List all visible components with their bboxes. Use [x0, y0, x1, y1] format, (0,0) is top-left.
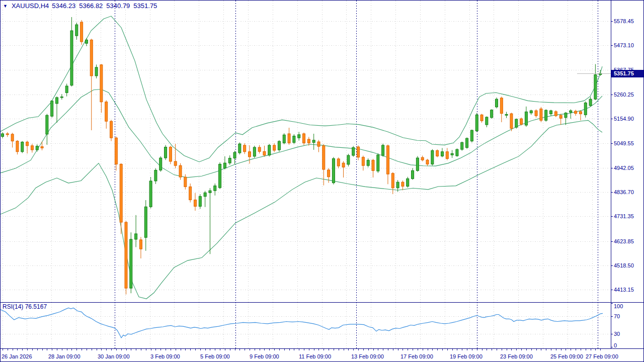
low-value: 5340.79	[106, 2, 130, 10]
candle-body	[169, 147, 172, 161]
rsi-level-label: 100	[614, 303, 623, 309]
candle-body	[70, 31, 73, 85]
candle-body	[130, 239, 132, 288]
time-tick-label: 17 Feb 09:00	[400, 353, 433, 359]
candle-body	[60, 97, 63, 98]
candle-body	[233, 152, 236, 158]
candle-body	[475, 115, 478, 131]
price-tick-label: 5049.55	[614, 140, 634, 146]
candle-body	[535, 111, 537, 116]
time-tick-label: 25 Feb 09:00	[550, 353, 583, 359]
candle-body	[105, 102, 108, 122]
price-tick-label: 4413.15	[614, 287, 634, 293]
candle-body	[80, 22, 83, 42]
candle-body	[382, 145, 384, 155]
chevron-down-icon: ▼	[3, 4, 8, 9]
price-tick-label: 4942.05	[614, 165, 634, 171]
candle-body	[268, 145, 271, 155]
candle-body	[401, 182, 404, 186]
candle-body	[144, 207, 147, 237]
candle-body	[244, 145, 246, 152]
candle-body	[362, 157, 364, 166]
rsi-panel: 10070300	[1, 303, 623, 348]
candle-body	[263, 151, 266, 155]
candle-body	[21, 142, 24, 151]
candle-body	[110, 121, 113, 138]
candle-body	[407, 178, 409, 186]
price-tick-label: 4518.50	[614, 262, 634, 268]
candle-body	[85, 40, 88, 43]
candle-body	[337, 159, 340, 166]
candle-body	[594, 75, 597, 100]
candle-body	[589, 99, 592, 106]
time-tick-label: 5 Feb 09:00	[200, 353, 230, 359]
candle-body	[293, 136, 295, 143]
candle-body	[238, 144, 241, 153]
time-tick-label: 23 Feb 09:00	[500, 353, 533, 359]
candle-body	[253, 147, 256, 156]
candle-body	[56, 98, 58, 104]
candle-body	[95, 67, 98, 76]
chart-canvas[interactable]: 100703005578.455473.105367.755260.255154…	[1, 1, 644, 362]
candle-body	[307, 139, 310, 143]
bollinger-middle-line	[1, 89, 602, 178]
candle-body	[328, 170, 330, 177]
candle-body	[219, 164, 221, 188]
candle-body	[31, 146, 33, 150]
chart-title: ▼ XAUUSD,H4 5346.235366.825340.795351.75	[3, 2, 160, 10]
candle-body	[258, 147, 261, 151]
candle-body	[416, 158, 419, 170]
time-tick-label: 3 Feb 09:00	[150, 353, 180, 359]
candle-body	[367, 160, 369, 166]
candle-body	[179, 165, 182, 177]
price-tick-label: 4731.35	[614, 213, 634, 219]
bollinger-lower-line	[1, 120, 602, 299]
time-tick-label: 28 Jan 09:00	[48, 353, 80, 359]
candle-body	[391, 173, 394, 188]
price-tick-label: 4623.85	[614, 238, 634, 244]
candle-body	[323, 146, 325, 169]
candle-body	[486, 117, 488, 125]
candle-body	[214, 186, 216, 191]
candle-body	[525, 112, 527, 125]
candle-body	[515, 119, 518, 127]
candle-body	[194, 200, 196, 207]
candle-body	[288, 134, 290, 143]
time-tick-label: 27 Feb 09:00	[586, 353, 618, 359]
price-tick-label: 5473.10	[614, 42, 634, 48]
candle-body	[554, 112, 557, 116]
candle-body	[6, 134, 9, 135]
candle-body	[456, 149, 458, 156]
candle-body	[75, 25, 78, 36]
candle-body	[377, 155, 379, 171]
price-tick-label: 5260.25	[614, 92, 634, 98]
candle-body	[575, 111, 577, 114]
price-tick-label: 5154.90	[614, 116, 634, 122]
candle-body	[540, 109, 542, 120]
rsi-level-label: 0	[614, 342, 617, 348]
candle-body	[530, 111, 532, 113]
candle-body	[466, 138, 468, 147]
time-tick-label: 19 Feb 09:00	[450, 353, 482, 359]
candle-body	[278, 141, 280, 150]
candle-body	[36, 146, 38, 150]
time-tick-label: 13 Feb 09:00	[351, 353, 384, 359]
candle-body	[491, 110, 493, 118]
candle-body	[312, 140, 315, 143]
bollinger-upper-line	[1, 16, 602, 162]
candle-body	[298, 135, 300, 138]
candle-body	[584, 103, 587, 115]
candle-body	[559, 115, 562, 118]
candle-body	[372, 160, 374, 171]
candle-body	[174, 161, 177, 165]
candle-body	[436, 150, 439, 156]
candle-body	[451, 153, 453, 155]
candle-body	[100, 65, 103, 102]
candle-body	[352, 147, 355, 155]
time-tick-label: 9 Feb 09:00	[250, 353, 279, 359]
candle-body	[396, 182, 399, 188]
candle-body	[431, 150, 434, 164]
time-tick-label: 26 Jan 2026	[2, 353, 32, 359]
candle-body	[421, 157, 424, 160]
symbol-timeframe-label: XAUUSD,H4	[12, 2, 49, 10]
